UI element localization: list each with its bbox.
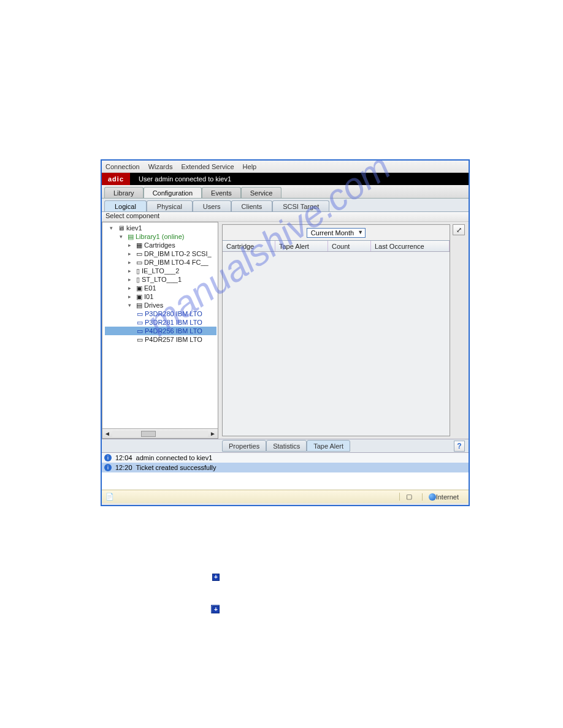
scroll-track[interactable] <box>112 431 208 437</box>
status-doc-icon: 📄 <box>105 493 114 501</box>
node-icon: ▣ <box>136 292 142 301</box>
menu-help[interactable]: Help <box>243 163 257 170</box>
tab-properties[interactable]: Properties <box>222 440 266 452</box>
select-component-label: Select component <box>102 212 469 222</box>
tree-drive-label: P3DR281 IBM LTO <box>145 318 202 327</box>
drive-icon: ▭ <box>136 258 142 267</box>
tree-e01[interactable]: ▸ ▣ E01 <box>105 284 216 292</box>
tree-item-label: DR_IBM LTO-4 FC__ <box>144 258 209 267</box>
tree-drive-3[interactable]: ▭ P4DR257 IBM LTO <box>105 335 216 344</box>
log-time: 12:04 <box>115 454 132 461</box>
status-zone: Internet <box>422 493 465 501</box>
tab-clients[interactable]: Clients <box>231 200 273 211</box>
tab-physical[interactable]: Physical <box>147 200 193 211</box>
status-bar: 📄 ▢ Internet <box>102 490 469 503</box>
col-cartridge[interactable]: Cartridge <box>223 241 275 251</box>
col-tape-alert[interactable]: Tape Alert <box>275 241 328 251</box>
expand-icon[interactable]: ▾ <box>120 232 126 241</box>
help-button[interactable]: ? <box>454 441 465 452</box>
log-text: admin connected to kiev1 <box>136 454 213 461</box>
col-count[interactable]: Count <box>328 241 371 251</box>
expand-icon[interactable]: ▸ <box>128 241 134 249</box>
period-dropdown[interactable]: Current Month <box>307 228 366 238</box>
brand-logo: adic <box>102 173 130 185</box>
expand-icon[interactable]: ▸ <box>128 258 134 267</box>
tree-library-label: Library1 (online) <box>136 232 184 241</box>
tab-configuration[interactable]: Configuration <box>144 187 202 198</box>
expand-icon[interactable]: ▸ <box>128 284 134 292</box>
tree-library[interactable]: ▾ ▤ Library1 (online) <box>105 232 216 241</box>
col-last-occurrence[interactable]: Last Occurrence <box>371 241 450 251</box>
expand-icon[interactable]: ▸ <box>128 275 134 284</box>
tree-drive-0[interactable]: ▭ P3DR280 IBM LTO <box>105 309 216 318</box>
cartridge-icon: ▦ <box>136 241 142 249</box>
log-padding <box>102 472 469 490</box>
tree-root[interactable]: ▾ 🖥 kiev1 <box>105 224 216 232</box>
log-line-selected[interactable]: i 12:20 Ticket created successfully <box>102 463 469 472</box>
log-area: i 12:04 admin connected to kiev1 i 12:20… <box>102 452 469 490</box>
tree-cartridges[interactable]: ▸ ▦ Cartridges <box>105 241 216 249</box>
log-line[interactable]: i 12:04 admin connected to kiev1 <box>102 453 469 463</box>
tape-icon: ▭ <box>137 327 143 335</box>
main-split: ▾ 🖥 kiev1 ▾ ▤ Library1 (online) ▸ ▦ Cart… <box>102 222 469 439</box>
expand-icon[interactable]: ▾ <box>110 224 116 232</box>
tree-st-lto[interactable]: ▸ ▯ ST_LTO___1 <box>105 275 216 284</box>
side-buttons: ⤢ <box>453 224 466 436</box>
info-icon: i <box>104 454 112 461</box>
scroll-left-arrow[interactable]: ◄ <box>102 430 112 437</box>
tree-drive-label: P4DR256 IBM LTO <box>145 327 202 335</box>
tree-item-label: DR_IBM LTO-2 SCSI_ <box>144 249 212 258</box>
tab-library[interactable]: Library <box>104 187 144 198</box>
expand-icon[interactable]: ▸ <box>128 267 134 275</box>
tab-logical[interactable]: Logical <box>104 200 147 211</box>
tree-drives[interactable]: ▾ ▤ Drives <box>105 301 216 309</box>
tab-statistics[interactable]: Statistics <box>266 440 307 452</box>
expand-icon[interactable]: ▾ <box>128 301 134 309</box>
slot-icon: ▯ <box>136 275 140 284</box>
tab-service[interactable]: Service <box>241 187 282 198</box>
menu-wizards[interactable]: Wizards <box>148 163 173 170</box>
app-window: Connection Wizards Extended Service Help… <box>101 159 470 506</box>
tree-item-label: E01 <box>144 284 156 292</box>
info-icon: i <box>104 464 112 471</box>
scroll-thumb[interactable] <box>141 431 156 437</box>
expand-icon[interactable]: ▸ <box>128 249 134 258</box>
tree-dr-lto4[interactable]: ▸ ▭ DR_IBM LTO-4 FC__ <box>105 258 216 267</box>
tree-horizontal-scrollbar[interactable]: ◄ ► <box>102 428 218 438</box>
tree-i01[interactable]: ▸ ▣ I01 <box>105 292 216 301</box>
tree-item-label: IE_LTO___2 <box>142 267 179 275</box>
tab-tape-alert[interactable]: Tape Alert <box>307 440 350 452</box>
tab-scsi-target[interactable]: SCSI Target <box>272 200 329 211</box>
tab-users[interactable]: Users <box>193 200 231 211</box>
expand-icon[interactable]: ▸ <box>128 292 134 301</box>
globe-icon <box>429 493 436 501</box>
expand-view-button[interactable]: ⤢ <box>453 224 465 235</box>
tree-drive-label: P3DR280 IBM LTO <box>145 309 202 318</box>
tree-drive-2-selected[interactable]: ▭ P4DR256 IBM LTO <box>105 327 216 335</box>
tree-item-label: ST_LTO___1 <box>142 275 182 284</box>
tape-icon: ▭ <box>137 335 143 344</box>
secondary-tabs: Logical Physical Users Clients SCSI Targ… <box>102 199 469 212</box>
scroll-right-arrow[interactable]: ► <box>208 430 218 437</box>
tree-drive-1[interactable]: ▭ P3DR281 IBM LTO <box>105 318 216 327</box>
tree-root-label: kiev1 <box>126 224 142 232</box>
menubar: Connection Wizards Extended Service Help <box>102 161 469 173</box>
log-text: Ticket created successfully <box>136 464 216 471</box>
tab-events[interactable]: Events <box>202 187 241 198</box>
menu-connection[interactable]: Connection <box>105 163 140 170</box>
drive-icon: ▭ <box>136 249 142 258</box>
window-icon: ▢ <box>406 493 412 501</box>
tree-ie-lto[interactable]: ▸ ▯ IE_LTO___2 <box>105 267 216 275</box>
grid-panel: Current Month Cartridge Tape Alert Count… <box>222 224 450 436</box>
drives-icon: ▤ <box>136 301 142 309</box>
grid-body-empty <box>223 252 450 436</box>
zone-label: Internet <box>436 493 459 501</box>
grid-header-row: Cartridge Tape Alert Count Last Occurren… <box>223 241 450 252</box>
title-bar: adic User admin connected to kiev1 <box>102 173 469 185</box>
tree-item-label: Drives <box>144 301 163 309</box>
menu-extended-service[interactable]: Extended Service <box>181 163 234 170</box>
tree-dr-lto2[interactable]: ▸ ▭ DR_IBM LTO-2 SCSI_ <box>105 249 216 258</box>
tree-item-label: I01 <box>144 292 153 301</box>
grid-toolbar: Current Month <box>223 225 450 241</box>
tree-drive-label: P4DR257 IBM LTO <box>145 335 202 344</box>
